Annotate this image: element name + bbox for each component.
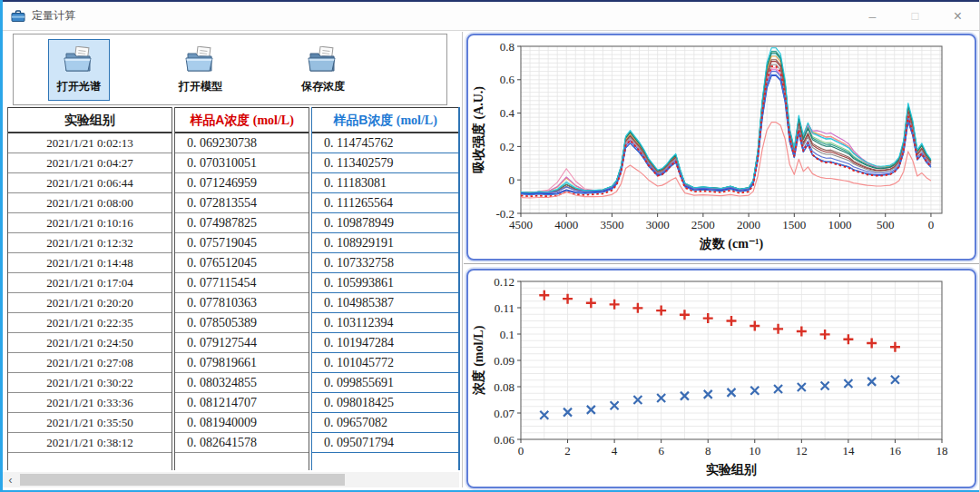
data-point-sample-b bbox=[632, 303, 642, 313]
scroll-left-arrow-icon[interactable]: ‹ bbox=[3, 472, 18, 487]
table-cell[interactable]: 2021/1/21 0:33:36 bbox=[8, 393, 172, 413]
table-cell[interactable]: 2021/1/21 0:35:50 bbox=[8, 413, 172, 433]
table-cell[interactable]: 0. 081940009 bbox=[175, 413, 309, 433]
table-cell[interactable]: 2021/1/21 0:22:35 bbox=[8, 313, 172, 333]
svg-text:500: 500 bbox=[877, 218, 895, 231]
table-cell[interactable]: 0. 080324855 bbox=[175, 373, 309, 393]
table-cell[interactable]: 2021/1/21 0:06:44 bbox=[8, 173, 172, 193]
table-cell[interactable]: 2021/1/21 0:04:27 bbox=[8, 153, 172, 173]
svg-text:3000: 3000 bbox=[646, 218, 670, 231]
table-cell[interactable]: 0. 107332758 bbox=[312, 253, 458, 273]
table-cell[interactable]: 0. 076512045 bbox=[175, 253, 309, 273]
table-cell[interactable]: 2021/1/21 0:30:22 bbox=[8, 373, 172, 393]
header-sample-b[interactable]: 样品B浓度 (mol/L) bbox=[312, 107, 458, 133]
open-spectrum-label: 打开光谱 bbox=[57, 79, 101, 94]
table-cell[interactable]: 0. 075719045 bbox=[175, 233, 309, 253]
spectrum-series bbox=[521, 66, 931, 196]
table-cell[interactable]: 0. 074987825 bbox=[175, 213, 309, 233]
table-cell[interactable]: 0. 105993861 bbox=[312, 273, 458, 293]
table-cell[interactable]: 0. 103112394 bbox=[312, 313, 458, 333]
data-point-sample-b bbox=[843, 334, 853, 344]
minimize-button[interactable]: – bbox=[851, 2, 894, 30]
table-cell[interactable]: 0. 077810363 bbox=[175, 293, 309, 313]
data-point-sample-b bbox=[563, 294, 573, 304]
table-cell[interactable]: 2021/1/21 0:20:20 bbox=[8, 293, 172, 313]
table-cell[interactable]: 0. 095071794 bbox=[312, 433, 458, 453]
table-cell[interactable]: 0. 099855691 bbox=[312, 373, 458, 393]
svg-text:实验组别: 实验组别 bbox=[706, 462, 757, 477]
table-cell[interactable]: 0. 071246959 bbox=[175, 173, 309, 193]
data-point-sample-b bbox=[750, 320, 760, 330]
table-cell[interactable]: 0. 070310051 bbox=[175, 153, 309, 173]
data-point-sample-b bbox=[586, 298, 596, 308]
data-point-sample-b bbox=[539, 290, 549, 300]
scrollbar-thumb[interactable] bbox=[20, 474, 345, 486]
table-cell[interactable]: 0. 101045772 bbox=[312, 353, 458, 373]
svg-text:1500: 1500 bbox=[782, 218, 806, 231]
svg-text:浓度 (mol/L): 浓度 (mol/L) bbox=[471, 325, 486, 396]
table-cell[interactable]: 0. 111265564 bbox=[312, 193, 458, 213]
open-folder-icon bbox=[63, 46, 95, 77]
svg-text:2000: 2000 bbox=[737, 218, 760, 231]
table-cell[interactable]: 0. 11183081 bbox=[312, 173, 458, 193]
data-point-sample-b bbox=[727, 316, 737, 326]
app-icon bbox=[11, 9, 25, 23]
table-cell[interactable]: 0. 101947284 bbox=[312, 333, 458, 353]
pane-divider-vertical bbox=[462, 32, 463, 487]
close-button[interactable]: × bbox=[936, 2, 979, 30]
table-cell[interactable]: 0. 078505389 bbox=[175, 313, 309, 333]
window-controls: – □ × bbox=[851, 2, 979, 30]
table-cell[interactable]: 0. 082641578 bbox=[175, 433, 309, 453]
table-cell[interactable]: 0. 109878949 bbox=[312, 213, 458, 233]
header-experiment-group[interactable]: 实验组别 bbox=[8, 107, 172, 133]
table-cell[interactable]: 0. 09657082 bbox=[312, 413, 458, 433]
svg-text:0.6: 0.6 bbox=[500, 73, 515, 86]
table-cell[interactable]: 0. 113402579 bbox=[312, 153, 458, 173]
column-body-sample-a: 0. 0692307380. 0703100510. 0712469590. 0… bbox=[175, 133, 309, 453]
table-cell[interactable]: 2021/1/21 0:24:50 bbox=[8, 333, 172, 353]
svg-text:16: 16 bbox=[889, 444, 902, 458]
table-cell[interactable]: 2021/1/21 0:17:04 bbox=[8, 273, 172, 293]
results-table: 实验组别 2021/1/21 0:02:132021/1/21 0:04:272… bbox=[7, 107, 459, 470]
table-cell[interactable]: 2021/1/21 0:08:00 bbox=[8, 193, 172, 213]
table-cell[interactable]: 0. 079127544 bbox=[175, 333, 309, 353]
spectrum-series bbox=[521, 62, 931, 193]
svg-text:4: 4 bbox=[612, 444, 618, 458]
header-sample-a[interactable]: 样品A浓度 (mol/L) bbox=[175, 107, 309, 133]
table-cell[interactable]: 2021/1/21 0:38:12 bbox=[8, 433, 172, 453]
svg-text:0.07: 0.07 bbox=[494, 407, 514, 420]
data-point-sample-b bbox=[680, 310, 690, 320]
table-cell[interactable]: 2021/1/21 0:27:08 bbox=[8, 353, 172, 373]
table-cell[interactable]: 0. 108929191 bbox=[312, 233, 458, 253]
svg-text:0.8: 0.8 bbox=[500, 40, 514, 54]
table-cell[interactable]: 2021/1/21 0:10:16 bbox=[8, 213, 172, 233]
svg-text:0.09: 0.09 bbox=[494, 354, 514, 368]
table-cell[interactable]: 0. 069230738 bbox=[175, 133, 309, 153]
data-point-sample-b bbox=[820, 330, 830, 339]
table-cell[interactable]: 0. 081214707 bbox=[175, 393, 309, 413]
open-model-button[interactable]: 打开模型 bbox=[170, 39, 231, 101]
save-concentration-button[interactable]: 保存浓度 bbox=[292, 39, 354, 101]
column-sample-b: 样品B浓度 (mol/L) 0. 1147457620. 1134025790.… bbox=[311, 107, 460, 470]
column-sample-a: 样品A浓度 (mol/L) 0. 0692307380. 0703100510.… bbox=[174, 107, 309, 470]
app-window: 定量计算 – □ × 打开光谱 bbox=[0, 0, 980, 492]
table-cell[interactable]: 0. 077115454 bbox=[175, 273, 309, 293]
table-cell[interactable]: 0. 079819661 bbox=[175, 353, 309, 373]
toolbar: 打开光谱 打开模型 bbox=[13, 34, 447, 105]
spectrum-series bbox=[521, 48, 931, 192]
open-spectrum-button[interactable]: 打开光谱 bbox=[48, 39, 110, 101]
table-cell[interactable]: 2021/1/21 0:14:48 bbox=[8, 253, 172, 273]
svg-text:波数 (cm⁻¹): 波数 (cm⁻¹) bbox=[699, 236, 764, 251]
maximize-button[interactable]: □ bbox=[894, 2, 936, 30]
table-cell[interactable]: 0. 098018425 bbox=[312, 393, 458, 413]
svg-text:1000: 1000 bbox=[828, 218, 852, 231]
chart-splitter[interactable] bbox=[464, 263, 979, 264]
table-cell[interactable]: 0. 072813554 bbox=[175, 193, 309, 213]
spectrum-chart-panel: 450040003500300025002000150010005000-0.2… bbox=[466, 34, 976, 261]
titlebar: 定量计算 – □ × bbox=[3, 2, 979, 31]
horizontal-scrollbar[interactable]: ‹ bbox=[3, 472, 459, 487]
table-cell[interactable]: 0. 104985387 bbox=[312, 293, 458, 313]
table-cell[interactable]: 2021/1/21 0:12:32 bbox=[8, 233, 172, 253]
table-cell[interactable]: 2021/1/21 0:02:13 bbox=[8, 133, 172, 153]
table-cell[interactable]: 0. 114745762 bbox=[312, 133, 458, 153]
